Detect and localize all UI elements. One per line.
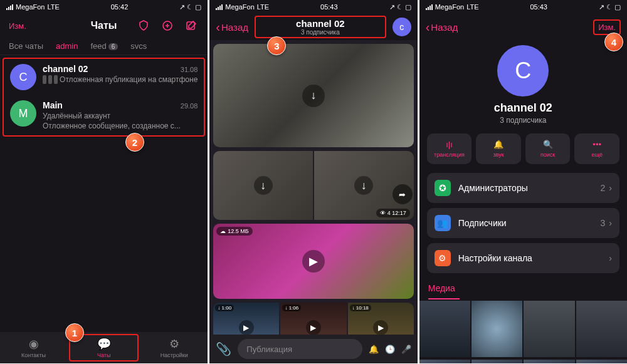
action-livestream[interactable]: ı|ıтрансляция [427, 133, 472, 164]
item-channel-settings[interactable]: ⚙Настройки канала› [427, 243, 619, 273]
callout-2: 2 [125, 133, 144, 152]
channel-avatar[interactable]: c [393, 18, 411, 36]
status-bar: MegaFonLTE 05:42 ↗ ☾ ▢ [0, 0, 208, 14]
chat-preview-2: Отложенное сообщение, созданное с... [43, 122, 198, 130]
profile-subscribers: 3 подписчика [500, 116, 546, 125]
search-icon: 🔍 [543, 140, 553, 149]
profile-header: C channel 02 3 подписчика [419, 40, 627, 125]
chat-date: 29.08 [181, 102, 198, 110]
settings-list: ✪Администраторы2› 👥Подписчики3› ⚙Настрой… [419, 173, 627, 273]
bell-icon: 🔔 [493, 140, 503, 149]
profile-name: channel 02 [494, 101, 552, 115]
media-grid [419, 299, 627, 358]
notify-icon[interactable]: 🔔 [369, 345, 379, 354]
chat-item-channel02[interactable]: C channel 0231.08 Отложенная публикация … [4, 59, 204, 95]
chat-date: 31.08 [181, 66, 198, 73]
media-tab[interactable]: Медиа [419, 278, 627, 298]
status-bar: MegaFonLTE 05:43 ↗ ☾ ▢ [419, 0, 627, 14]
gear-icon: ⚙ [169, 337, 179, 351]
message-input[interactable]: Публикация [238, 339, 362, 359]
channel-title-box[interactable]: channel 02 3 подписчика [255, 16, 386, 38]
new-folder-icon[interactable] [160, 18, 175, 33]
media-thumb[interactable] [472, 360, 522, 363]
input-bar: 📎 Публикация 🔔 🕒 🎤 [209, 335, 417, 363]
media-thumb[interactable] [419, 360, 470, 363]
avatar: C [10, 64, 36, 90]
action-more[interactable]: •••ещё [574, 133, 619, 164]
tab-settings[interactable]: ⚙Настройки [140, 332, 208, 363]
item-admins[interactable]: ✪Администраторы2› [427, 173, 619, 203]
action-sound[interactable]: 🔔звук [476, 133, 521, 164]
chat-preview: Удалённый аккаунт [43, 112, 198, 120]
action-search[interactable]: 🔍поиск [525, 133, 571, 164]
channel-title: channel 02 [267, 18, 374, 29]
back-button[interactable]: ‹Назад [216, 20, 248, 34]
tab-all[interactable]: Все чаты [9, 41, 43, 51]
mic-icon[interactable]: 🎤 [401, 345, 411, 354]
schedule-icon[interactable]: 🕒 [385, 345, 395, 354]
status-bar: MegaFonLTE 05:43 ↗ ☾ ▢ [209, 0, 417, 14]
callout-4: 4 [604, 33, 623, 51]
clock: 05:43 [530, 3, 547, 11]
broadcast-icon: ı|ı [446, 140, 453, 149]
back-button[interactable]: ‹Назад [426, 20, 458, 34]
shield-icon: ✪ [435, 180, 451, 196]
download-icon[interactable]: ↓ [254, 176, 273, 195]
play-icon[interactable]: ▶ [302, 250, 325, 273]
folder-tabs: Все чаты admin feed6 svcs [0, 38, 208, 55]
edit-button[interactable]: Изм. [9, 21, 26, 31]
view-count: 👁 4 12:17 [376, 209, 410, 217]
clock: 05:43 [320, 3, 338, 11]
header: ‹Назад Изм. [419, 14, 627, 40]
signal-icon [6, 4, 13, 10]
media-grid-2 [419, 358, 627, 363]
media-thumb[interactable] [524, 360, 574, 363]
header: Изм. Чаты [0, 14, 208, 38]
chat-name: Main [43, 100, 63, 110]
contact-icon: ◉ [29, 337, 39, 351]
media-thumb[interactable] [524, 301, 574, 357]
profile-avatar[interactable]: C [497, 45, 549, 96]
more-icon: ••• [593, 140, 601, 149]
header: ‹Назад channel 02 3 подписчика c [209, 14, 417, 40]
chevron-icon: › [609, 183, 612, 193]
attach-icon[interactable]: 📎 [216, 341, 231, 356]
compose-icon[interactable] [184, 18, 199, 33]
media-thumb[interactable] [576, 301, 627, 357]
video-size: ☁ 12.5 МБ [216, 227, 252, 236]
share-icon[interactable]: ➦ [393, 184, 413, 204]
phone-channel: MegaFonLTE 05:43 ↗ ☾ ▢ ‹Назад channel 02… [209, 0, 417, 363]
bottom-tabs: ◉Контакты 💬Чаты ⚙Настройки [0, 332, 208, 363]
video-message[interactable]: ☁ 12.5 МБ ▶ [213, 224, 413, 299]
chat-list-outline: C channel 0231.08 Отложенная публикация … [3, 58, 205, 137]
chat-icon: 💬 [97, 337, 111, 351]
media-thumb[interactable] [419, 301, 470, 357]
chat-item-main[interactable]: M Main29.08 Удалённый аккаунт Отложенное… [4, 95, 204, 135]
tab-feed[interactable]: feed6 [90, 41, 118, 51]
tab-contacts[interactable]: ◉Контакты [0, 332, 67, 363]
people-icon: 👥 [435, 215, 451, 231]
avatar: M [10, 100, 36, 127]
messages-area[interactable]: ↓ ↓ ↓👁 4 12:17 ➦ ☁ 12.5 МБ ▶ ↓ 1:00▶ ↓ 1… [209, 40, 417, 335]
album-message[interactable]: ↓ ↓👁 4 12:17 [213, 151, 413, 220]
video-album[interactable]: ↓ 1:00▶ ↓ 1:06▶ ↓ 10:18▶ [213, 303, 413, 335]
phone-chats: MegaFonLTE 05:42 ↗ ☾ ▢ Изм. Чаты Все чат… [0, 0, 208, 363]
chat-name: channel 02 [43, 64, 88, 74]
media-thumb[interactable] [576, 360, 627, 363]
phone-profile: MegaFonLTE 05:43 ↗ ☾ ▢ ‹Назад Изм. 4 C c… [419, 0, 627, 363]
chat-preview: Отложенная публикация на смартфоне [43, 75, 198, 84]
action-row: ı|ıтрансляция 🔔звук 🔍поиск •••ещё [419, 125, 627, 173]
tab-svcs[interactable]: svcs [130, 41, 147, 51]
callout-1: 1 [65, 323, 84, 342]
clock: 05:42 [111, 3, 129, 11]
item-subscribers[interactable]: 👥Подписчики3› [427, 208, 619, 238]
status-icons: ↗ ☾ ▢ [179, 3, 201, 11]
tab-admin[interactable]: admin [56, 41, 78, 51]
image-message[interactable]: ↓ [213, 44, 413, 147]
proxy-icon[interactable] [136, 18, 151, 33]
download-icon[interactable]: ↓ [302, 85, 325, 107]
download-icon[interactable]: ↓ [354, 176, 373, 195]
media-thumb[interactable] [472, 301, 522, 357]
channel-subtitle: 3 подписчика [267, 29, 374, 36]
page-title: Чаты [91, 20, 117, 31]
